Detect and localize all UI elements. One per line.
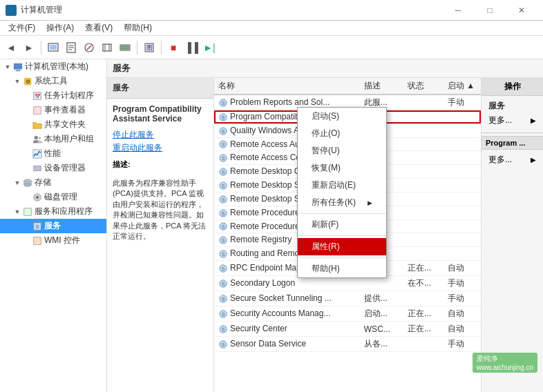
service-status-cell [403, 151, 444, 165]
service-startup-cell [444, 192, 481, 206]
tree-disk-management[interactable]: 磁盘管理 [0, 190, 106, 204]
tree-device-manager[interactable]: 设备管理器 [0, 161, 106, 175]
table-row[interactable]: SSecurity Accounts Manag...启动...正在...自动 [214, 306, 481, 322]
menu-help[interactable]: 帮助(H) [118, 21, 158, 35]
toolbar-icon-3[interactable] [81, 39, 97, 56]
svg-rect-34 [34, 237, 41, 244]
forward-button[interactable]: ► [21, 39, 37, 56]
service-row-icon: S [218, 112, 230, 121]
svg-rect-15 [14, 63, 22, 69]
tools-icon: ⚙ [22, 77, 33, 86]
table-header-row: 名称 描述 状态 启动 ▲ [214, 78, 481, 95]
close-button[interactable]: ✕ [506, 0, 537, 21]
root-label: 计算机管理(本地) [25, 61, 88, 72]
service-name-cell: SSecurity Accounts Manag... [214, 306, 360, 322]
tree-event-viewer[interactable]: 事件查看器 [0, 103, 106, 117]
col-header-startup[interactable]: 启动 ▲ [444, 78, 481, 95]
service-description: 此服务为程序兼容性助手(PCA)提供支持。PCA 监视由用户安装和运行的程序，并… [107, 173, 213, 247]
back-button[interactable]: ◄ [3, 39, 19, 56]
menu-view[interactable]: 查看(V) [79, 21, 118, 35]
ctx-help[interactable]: 帮助(H) [298, 260, 386, 277]
tree-shared-folders[interactable]: 共享文件夹 [0, 117, 106, 132]
col-header-status[interactable]: 状态 [403, 78, 444, 95]
stop-service-link[interactable]: 停止此服务 [113, 129, 208, 141]
tree-services[interactable]: S 服务 [0, 219, 106, 233]
service-row-icon: S [218, 166, 230, 176]
system-tools-label: 系统工具 [35, 75, 68, 87]
tree-storage[interactable]: ▼ 存储 [0, 175, 106, 190]
right-panel-more-2[interactable]: 更多... ▶ [486, 153, 539, 167]
pause-button[interactable]: ▐▐ [183, 39, 200, 56]
service-row-icon: S [218, 263, 230, 273]
service-row-icon: S [218, 339, 230, 349]
col-header-desc[interactable]: 描述 [360, 78, 403, 95]
maximize-button[interactable]: □ [474, 0, 506, 21]
stop-button[interactable]: ■ [165, 39, 182, 56]
toolbar-icon-1[interactable] [45, 39, 61, 56]
toolbar-icon-2[interactable] [63, 39, 79, 56]
table-row[interactable]: SSensor Data Service从各...手动 [214, 337, 481, 352]
menubar: 文件(F) 操作(A) 查看(V) 帮助(H) [0, 21, 543, 36]
ctx-pause[interactable]: 暂停(U) [298, 142, 386, 159]
service-status-cell [403, 137, 444, 151]
expand-placeholder [22, 92, 32, 99]
right-panel-more-label-1: 更多... [488, 115, 512, 126]
service-row-icon: S [218, 278, 230, 288]
expand-placeholder [22, 223, 32, 230]
watermark-url: www.aichunjing.cn [477, 364, 533, 371]
minimize-button[interactable]: ─ [442, 0, 474, 21]
col-header-name[interactable]: 名称 [214, 78, 360, 95]
menu-action[interactable]: 操作(A) [41, 21, 79, 35]
svg-text:S: S [222, 115, 225, 119]
ctx-all-tasks[interactable]: 所有任务(K) [298, 194, 386, 211]
svg-text:S: S [222, 101, 225, 106]
service-row-icon: S [218, 139, 230, 149]
menu-file[interactable]: 文件(F) [3, 21, 41, 35]
service-row-icon: S [218, 153, 230, 162]
tree-system-tools[interactable]: ▼ ⚙ 系统工具 [0, 74, 106, 88]
restart-service-link[interactable]: 重启动此服务 [113, 142, 208, 154]
svg-text:S: S [222, 312, 225, 317]
svg-rect-25 [34, 166, 41, 170]
right-panel-more-1[interactable]: 更多... ▶ [486, 113, 539, 128]
ctx-start[interactable]: 启动(S) [298, 108, 386, 125]
toolbar-icon-4[interactable] [99, 39, 115, 56]
tree-local-users[interactable]: 本地用户和组 [0, 132, 106, 146]
service-desc-cell: 启动... [360, 306, 403, 322]
window-title: 计算机管理 [21, 4, 62, 16]
tree-wmi[interactable]: WMI 控件 [0, 233, 106, 248]
ctx-resume[interactable]: 恢复(M) [298, 159, 386, 177]
svg-point-23 [39, 137, 41, 139]
service-status-cell [403, 95, 444, 110]
svg-rect-31 [24, 208, 32, 215]
svg-point-30 [36, 196, 39, 199]
tree-task-scheduler[interactable]: 📅 任务计划程序 [0, 88, 106, 103]
storage-label: 存储 [35, 177, 51, 188]
tree-performance[interactable]: 性能 [0, 146, 106, 161]
service-status-cell [403, 124, 444, 137]
table-row[interactable]: SSecurity CenterWSC...正在...自动 [214, 322, 481, 337]
svg-text:S: S [222, 170, 225, 175]
right-panel-section-2: 更多... ▶ [482, 150, 543, 170]
play-button[interactable]: ►| [201, 39, 218, 56]
svg-point-28 [24, 183, 32, 186]
tree-root[interactable]: ▼ 计算机管理(本地) [0, 59, 106, 74]
table-row[interactable]: SSecure Socket Tunneling ...提供...手动 [214, 291, 481, 306]
service-status-cell: 正在... [403, 322, 444, 337]
toolbar-icon-5[interactable] [117, 39, 133, 56]
titlebar-controls: ─ □ ✕ [442, 0, 537, 21]
ctx-stop[interactable]: 停止(O) [298, 125, 386, 142]
service-name-cell: SSecurity Center [214, 322, 360, 337]
ctx-restart[interactable]: 重新启动(E) [298, 177, 386, 194]
users-icon [32, 135, 43, 144]
service-desc-cell: WSC... [360, 322, 403, 337]
right-panel: 操作 服务 更多... ▶ Program ... 更多... ▶ [481, 78, 543, 392]
svg-text:S: S [222, 266, 225, 271]
tree-services-apps[interactable]: ▼ 服务和应用程序 [0, 204, 106, 219]
desc-label: 描述: [107, 157, 213, 173]
service-desc-cell: 提供... [360, 291, 403, 306]
toolbar-icon-6[interactable]: 图 [141, 39, 158, 56]
toolbar: ◄ ► 图 ■ ▐▐ ►| [0, 36, 543, 59]
ctx-properties[interactable]: 属性(R) [298, 238, 386, 255]
ctx-refresh[interactable]: 刷新(F) [298, 216, 386, 233]
